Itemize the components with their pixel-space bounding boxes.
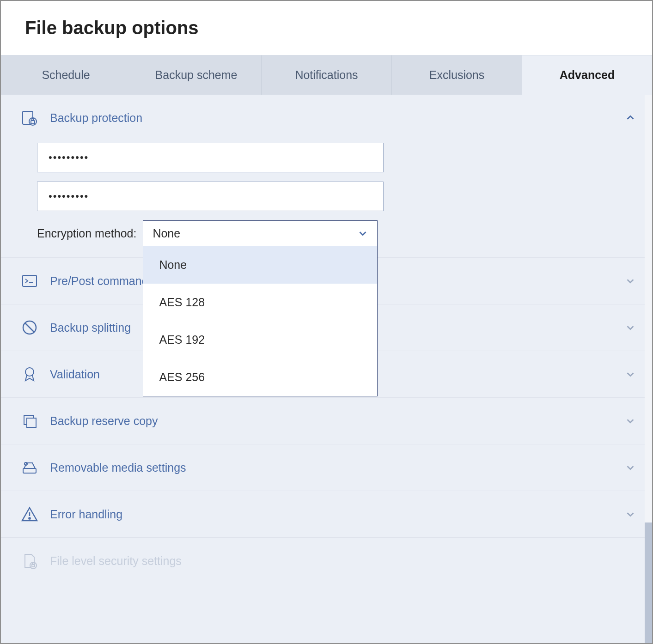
dialog-window: File backup options Schedule Backup sche… — [0, 0, 653, 644]
chevron-down-icon — [625, 369, 635, 379]
dropdown-selected-value: None — [153, 227, 180, 240]
section-file-security: File level security settings — [1, 538, 652, 598]
section-header-file-security[interactable]: File level security settings — [1, 538, 652, 598]
section-reserve-copy: Backup reserve copy — [1, 398, 652, 444]
section-title: Error handling — [50, 508, 614, 521]
section-title: Removable media settings — [50, 461, 614, 474]
section-backup-protection: Backup protection ••••••••• ••••••••• En… — [1, 95, 652, 258]
encryption-dropdown[interactable]: None None AES 128 AES 192 AES 256 — [143, 220, 378, 246]
svg-point-10 — [29, 517, 30, 519]
dropdown-selected[interactable]: None — [143, 220, 378, 246]
tab-label: Backup scheme — [155, 68, 238, 81]
section-header-backup-protection[interactable]: Backup protection — [1, 95, 652, 141]
split-icon — [20, 318, 39, 337]
section-header-removable-media[interactable]: Removable media settings — [1, 444, 652, 491]
section-title: Backup reserve copy — [50, 414, 614, 428]
option-label: AES 128 — [159, 296, 205, 309]
section-body-backup-protection: ••••••••• ••••••••• Encryption method: N… — [1, 141, 652, 257]
chevron-down-icon — [625, 276, 635, 286]
tab-schedule[interactable]: Schedule — [1, 55, 131, 95]
svg-point-5 — [25, 368, 34, 376]
warning-icon — [20, 505, 39, 523]
drive-icon — [20, 458, 39, 477]
tab-label: Advanced — [560, 68, 615, 81]
chevron-down-icon — [625, 462, 635, 473]
svg-rect-7 — [27, 418, 36, 427]
section-header-error-handling[interactable]: Error handling — [1, 491, 652, 537]
chevron-up-icon — [625, 113, 635, 123]
tab-label: Notifications — [295, 68, 358, 81]
section-header-reserve-copy[interactable]: Backup reserve copy — [1, 398, 652, 444]
tab-backup-scheme[interactable]: Backup scheme — [131, 55, 262, 95]
tab-bar: Schedule Backup scheme Notifications Exc… — [1, 55, 652, 95]
chevron-down-icon — [625, 322, 635, 333]
encryption-row: Encryption method: None None AES 128 AES… — [37, 220, 633, 246]
dropdown-menu: None AES 128 AES 192 AES 256 — [143, 246, 378, 396]
dropdown-option-aes192[interactable]: AES 192 — [143, 321, 377, 358]
tab-exclusions[interactable]: Exclusions — [392, 55, 522, 95]
chevron-down-icon — [625, 416, 635, 426]
copy-icon — [20, 412, 39, 430]
tab-label: Exclusions — [429, 68, 485, 81]
chevron-down-icon — [625, 509, 635, 519]
vertical-scrollbar[interactable] — [645, 95, 652, 643]
dropdown-option-aes128[interactable]: AES 128 — [143, 284, 377, 321]
content-pane: Backup protection ••••••••• ••••••••• En… — [1, 95, 652, 643]
section-removable-media: Removable media settings — [1, 444, 652, 491]
option-label: None — [159, 258, 187, 271]
shield-lock-icon — [20, 109, 39, 127]
section-error-handling: Error handling — [1, 491, 652, 538]
dropdown-option-none[interactable]: None — [143, 246, 377, 284]
password-field-1[interactable]: ••••••••• — [37, 143, 384, 172]
section-title: Backup protection — [50, 111, 614, 125]
scrollbar-thumb[interactable] — [645, 522, 652, 643]
password-mask: ••••••••• — [49, 152, 89, 164]
svg-point-11 — [30, 562, 37, 569]
svg-rect-8 — [23, 468, 36, 473]
tab-advanced[interactable]: Advanced — [522, 55, 652, 95]
file-lock-icon — [20, 552, 39, 570]
section-title: File level security settings — [50, 554, 635, 568]
svg-rect-3 — [23, 275, 37, 286]
tab-label: Schedule — [42, 68, 90, 81]
dropdown-option-aes256[interactable]: AES 256 — [143, 358, 377, 396]
page-title: File backup options — [1, 1, 652, 55]
ribbon-icon — [20, 365, 39, 383]
encryption-label: Encryption method: — [37, 227, 136, 240]
tab-notifications[interactable]: Notifications — [262, 55, 392, 95]
option-label: AES 256 — [159, 371, 205, 383]
chevron-down-icon — [358, 228, 368, 238]
option-label: AES 192 — [159, 333, 205, 346]
password-field-2[interactable]: ••••••••• — [37, 182, 384, 211]
password-mask: ••••••••• — [49, 190, 89, 202]
terminal-icon — [20, 272, 39, 290]
